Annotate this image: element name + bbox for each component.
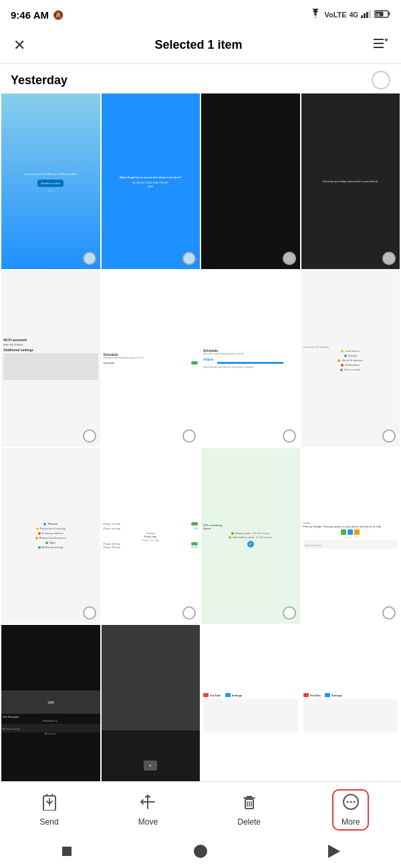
svg-rect-5 [388, 13, 390, 15]
status-bar: 9:46 AM 🔕 VoLTE 4G [0, 0, 401, 27]
signal-icon: VoLTE [324, 11, 346, 19]
back-button[interactable] [327, 845, 341, 858]
grid-item-15[interactable]: YouTube Settings [201, 625, 300, 801]
send-label: Send [40, 817, 59, 827]
selection-circle-8[interactable] [382, 429, 396, 443]
status-icons: VoLTE 4G 56 [309, 9, 390, 21]
grid-item-11[interactable]: 31% remaining Optimize Battery saver 10%… [201, 448, 300, 624]
grid-item-1[interactable]: Improve your Snap Map by enabling locati… [1, 93, 100, 269]
section-header: Yesterday [0, 64, 401, 93]
more-icon [342, 793, 360, 815]
header-title: Selected 1 item [154, 38, 242, 52]
photo-grid: Improve your Snap Map by enabling locati… [0, 93, 401, 868]
send-icon [41, 793, 58, 815]
header: ✕ Selected 1 item [0, 27, 401, 64]
svg-rect-2 [366, 12, 368, 18]
selection-circle-5[interactable] [83, 429, 96, 443]
delete-label: Delete [237, 817, 261, 827]
section-select-circle[interactable] [372, 71, 390, 89]
status-time-area: 9:46 AM 🔕 [11, 9, 63, 21]
wifi-icon [309, 9, 321, 21]
selection-circle-11[interactable] [283, 606, 296, 620]
more-label: More [342, 817, 360, 827]
delete-icon [241, 793, 258, 815]
nav-delete[interactable]: Delete [229, 791, 269, 829]
selection-circle-9[interactable] [83, 606, 96, 620]
home-button[interactable] [194, 845, 207, 858]
select-all-button[interactable] [369, 34, 390, 56]
recents-button[interactable] [60, 845, 74, 858]
nav-move[interactable]: Move [130, 791, 166, 829]
grid-item-4[interactable]: Decorate your Snap and send it to your f… [301, 93, 400, 269]
grid-item-8[interactable]: Connection & sharing Lock screen Display… [301, 270, 400, 446]
selection-circle-7[interactable] [283, 429, 296, 443]
svg-point-18 [350, 801, 352, 803]
svg-rect-1 [364, 13, 366, 18]
4g-icon: 4G [350, 11, 358, 19]
svg-point-17 [346, 801, 348, 803]
grid-item-6[interactable]: Schedule Schedule to switch Roaming mode… [102, 270, 200, 446]
grid-item-2[interactable]: Allow Snapchat to access this device's l… [102, 93, 200, 269]
svg-rect-3 [369, 10, 371, 18]
svg-text:56: 56 [376, 13, 380, 17]
mute-icon: 🔕 [53, 10, 63, 20]
time-display: 9:46 AM [11, 9, 49, 21]
move-icon [139, 793, 156, 815]
battery-icon: 56 [374, 9, 390, 21]
nav-more[interactable]: More [332, 789, 369, 831]
svg-rect-0 [361, 15, 363, 18]
grid-item-3[interactable] [201, 93, 300, 269]
grid-item-13[interactable]: 18M Yeh Dooriyan Official Music Vil... 🔍… [1, 625, 100, 801]
signal-bars [361, 9, 372, 21]
nav-send[interactable]: Send [32, 791, 67, 829]
system-navigation [0, 835, 401, 868]
bottom-navigation: Send Move Delete [0, 781, 401, 835]
grid-item-12[interactable]: INSTALL Files by Google: Cleanup space o… [301, 448, 400, 624]
close-button[interactable]: ✕ [11, 34, 28, 57]
grid-item-16[interactable]: YouTube Settings [301, 625, 400, 801]
grid-item-5[interactable]: Wi-Fi assistant WIFI SETTINGS Additional… [1, 270, 100, 446]
selection-circle-3[interactable] [283, 252, 296, 265]
grid-item-9[interactable]: Themes Passwords & security Privacy prot… [1, 448, 100, 624]
grid-item-14[interactable]: ⚙ [102, 625, 200, 801]
selection-circle-6[interactable] [182, 429, 196, 443]
grid-item-10[interactable]: Power on time Power on time 7:00 Repeat … [102, 448, 200, 624]
svg-point-19 [353, 801, 355, 803]
move-label: Move [138, 817, 158, 827]
selection-circle-1[interactable] [83, 252, 96, 265]
section-title: Yesterday [11, 73, 68, 87]
grid-item-7[interactable]: Schedule Schedule to switch Roaming mode… [201, 270, 300, 446]
